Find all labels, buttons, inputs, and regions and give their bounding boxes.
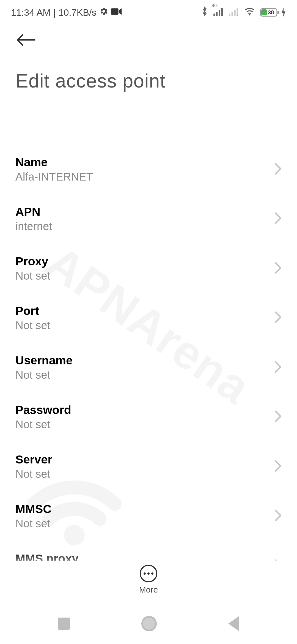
settings-list: Name Alfa-INTERNET APN internet Proxy No… bbox=[0, 144, 297, 572]
setting-label: APN bbox=[15, 205, 269, 219]
battery-indicator: 38 bbox=[260, 8, 286, 17]
gear-icon bbox=[99, 7, 108, 18]
svg-text:x: x bbox=[237, 13, 239, 15]
setting-label: MMSC bbox=[15, 502, 269, 516]
setting-server[interactable]: Server Not set bbox=[0, 442, 297, 491]
setting-mmsc[interactable]: MMSC Not set bbox=[0, 491, 297, 541]
svg-rect-6 bbox=[229, 13, 230, 16]
wifi-icon bbox=[244, 7, 255, 18]
setting-value: Not set bbox=[15, 270, 269, 282]
status-time: 11:34 AM bbox=[11, 7, 51, 18]
signal-nosim-icon: x bbox=[229, 7, 239, 18]
chevron-right-icon bbox=[274, 262, 282, 275]
svg-point-11 bbox=[249, 14, 250, 15]
svg-rect-1 bbox=[111, 8, 119, 15]
setting-label: Server bbox=[15, 453, 269, 466]
setting-value: Not set bbox=[15, 517, 269, 530]
setting-port[interactable]: Port Not set bbox=[0, 293, 297, 343]
more-button[interactable] bbox=[140, 565, 157, 582]
chevron-right-icon bbox=[274, 212, 282, 225]
setting-name[interactable]: Name Alfa-INTERNET bbox=[0, 144, 297, 194]
chevron-right-icon bbox=[274, 163, 282, 176]
page-title: Edit access point bbox=[0, 53, 297, 103]
arrow-left-icon bbox=[15, 33, 37, 47]
setting-value: Not set bbox=[15, 468, 269, 480]
more-label: More bbox=[139, 585, 158, 594]
chevron-right-icon bbox=[274, 361, 282, 374]
chevron-right-icon bbox=[274, 311, 282, 324]
chevron-right-icon bbox=[274, 460, 282, 473]
status-network-rate: 10.7KB/s bbox=[59, 7, 97, 18]
svg-rect-3 bbox=[216, 12, 218, 15]
status-sep: | bbox=[53, 7, 56, 18]
nav-home-button[interactable] bbox=[141, 616, 157, 631]
battery-pct-text: 38 bbox=[268, 9, 274, 15]
setting-apn[interactable]: APN internet bbox=[0, 194, 297, 244]
more-dot-icon bbox=[147, 572, 150, 575]
chevron-right-icon bbox=[274, 410, 282, 424]
more-dot-icon bbox=[151, 572, 153, 575]
setting-value: Not set bbox=[15, 319, 269, 332]
nav-recent-button[interactable] bbox=[58, 618, 70, 630]
setting-label: Name bbox=[15, 155, 269, 169]
charging-icon bbox=[281, 8, 286, 17]
svg-rect-8 bbox=[234, 10, 236, 16]
system-nav-bar bbox=[0, 603, 297, 644]
nav-back-button[interactable] bbox=[228, 616, 239, 631]
setting-proxy[interactable]: Proxy Not set bbox=[0, 244, 297, 293]
setting-label: Proxy bbox=[15, 255, 269, 268]
setting-password[interactable]: Password Not set bbox=[0, 392, 297, 442]
back-button[interactable] bbox=[15, 33, 37, 48]
setting-label: Port bbox=[15, 304, 269, 318]
setting-value: Alfa-INTERNET bbox=[15, 171, 269, 183]
setting-value: Not set bbox=[15, 418, 269, 431]
svg-rect-2 bbox=[213, 13, 215, 16]
setting-label: Username bbox=[15, 354, 269, 367]
more-dot-icon bbox=[144, 572, 146, 575]
svg-rect-7 bbox=[232, 12, 233, 15]
signal-4g-icon: 4G bbox=[213, 7, 224, 18]
chevron-right-icon bbox=[274, 509, 282, 523]
setting-value: Not set bbox=[15, 369, 269, 381]
svg-rect-5 bbox=[221, 8, 223, 15]
setting-label: Password bbox=[15, 403, 269, 417]
svg-rect-14 bbox=[261, 9, 267, 15]
setting-username[interactable]: Username Not set bbox=[0, 343, 297, 392]
bluetooth-icon bbox=[201, 6, 208, 18]
status-bar: 11:34 AM | 10.7KB/s 4G x 38 bbox=[0, 0, 297, 22]
camera-icon bbox=[111, 7, 122, 18]
svg-rect-13 bbox=[277, 11, 279, 14]
svg-rect-4 bbox=[219, 10, 220, 16]
setting-value: internet bbox=[15, 220, 269, 233]
